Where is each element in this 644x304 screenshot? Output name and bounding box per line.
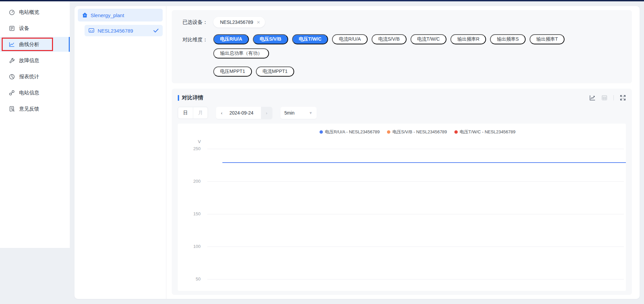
sidebar-item-2[interactable]: 设备	[0, 21, 70, 36]
chip-label: NESL23456789	[220, 19, 253, 25]
gridline	[207, 181, 624, 182]
sidebar-item-label: 曲线分析	[19, 41, 39, 48]
dimension-pill[interactable]: 输出频率S	[490, 34, 525, 44]
plant-house-icon	[82, 12, 88, 18]
close-icon[interactable]: ✕	[257, 20, 260, 25]
fault-wrench-icon	[9, 57, 15, 64]
dimension-pill[interactable]: 电流MPPT1	[256, 67, 294, 77]
y-axis-tick-label: 250	[178, 146, 201, 151]
sidebar-item-6[interactable]: 电站信息	[0, 85, 70, 100]
period-toggle-option[interactable]: 日	[178, 107, 193, 119]
dimension-pill[interactable]: 输出频率R	[450, 34, 486, 44]
sidebar-item-label: 设备	[19, 25, 29, 32]
gridline	[207, 214, 624, 214]
comparison-detail-panel: 对比详情 日月 ‹ 2024	[172, 89, 632, 295]
dimension-pill[interactable]: 电流T/W/C	[411, 34, 447, 44]
sidebar-item-4[interactable]: 故障信息	[0, 53, 70, 68]
sidebar-item-label: 电站信息	[19, 90, 39, 96]
main-card: Slenergy_plant NESL23456789 已选设备： NESL23…	[74, 6, 640, 299]
sidebar-item-1[interactable]: 电站概览	[0, 5, 70, 19]
check-icon	[153, 29, 159, 33]
period-toggle-option[interactable]: 月	[193, 107, 208, 119]
legend-dot-icon	[320, 130, 323, 134]
feedback-doc-icon	[9, 106, 15, 112]
gridline	[207, 279, 624, 279]
legend-dot-icon	[454, 130, 458, 134]
dimension-pill[interactable]: 电压R/U/A	[213, 34, 249, 44]
y-axis-unit: V	[198, 139, 201, 144]
legend-label: 电压R/U/A - NESL23456789	[325, 129, 380, 135]
y-axis-tick-label: 200	[178, 179, 201, 184]
sidebar-item-label: 电站概览	[19, 9, 39, 15]
dimension-pills: 电压R/U/A电压S/V/B电压T/W/C电流R/U/A电流S/V/B电流T/W…	[213, 34, 621, 77]
curve-analysis-icon	[9, 41, 15, 48]
dimension-pill[interactable]: 电流S/V/B	[372, 34, 407, 44]
content-area: 已选设备： NESL23456789✕ 对比维度： 电压R/U/A电压S/V/B…	[166, 6, 640, 299]
gauge-icon	[9, 9, 15, 15]
top-navbar-strip	[0, 0, 644, 1]
sidebar-item-7[interactable]: 意见反馈	[0, 101, 70, 116]
series-line-电压R/U/A	[222, 162, 626, 163]
interval-select[interactable]: 5min ▼	[280, 107, 317, 119]
y-axis-tick-label: 50	[178, 276, 201, 281]
tree-item-device[interactable]: NESL23456789	[85, 25, 163, 36]
legend-item[interactable]: 电压R/U/A - NESL23456789	[320, 129, 380, 135]
detail-title: 对比详情	[178, 94, 203, 101]
filters-panel: 已选设备： NESL23456789✕ 对比维度： 电压R/U/A电压S/V/B…	[172, 10, 632, 83]
device-label: NESL23456789	[98, 28, 133, 34]
dimensions-label: 对比维度：	[182, 34, 213, 45]
plant-label: Slenergy_plant	[91, 12, 124, 18]
legend-label: 电压S/V/B - NESL23456789	[392, 129, 447, 135]
fullscreen-expand-icon[interactable]	[620, 95, 626, 101]
chart-legend: 电压R/U/A - NESL23456789电压S/V/B - NESL2345…	[320, 129, 516, 135]
plant-info-plug-icon	[9, 90, 15, 96]
detail-toolbar	[589, 95, 626, 101]
gridline	[207, 149, 624, 149]
report-pie-icon	[9, 74, 15, 80]
sidebar-item-label: 意见反馈	[19, 106, 39, 112]
sidebar: 电站概览设备曲线分析故障信息报表统计电站信息意见反馈	[0, 1, 70, 248]
sidebar-item-3[interactable]: 曲线分析	[0, 37, 70, 52]
comparison-chart: 电压R/U/A - NESL23456789电压S/V/B - NESL2345…	[178, 124, 626, 291]
inverter-icon	[89, 28, 94, 33]
date-next-button[interactable]: ›	[261, 107, 272, 119]
selected-device-chips: NESL23456789✕	[213, 17, 265, 28]
y-axis-tick-label: 150	[178, 211, 201, 216]
dimension-pill[interactable]: 输出总功率（有功）	[213, 48, 269, 58]
device-list-icon	[9, 25, 15, 32]
line-chart-view-icon[interactable]	[589, 95, 595, 101]
dimension-pill[interactable]: 电压MPPT1	[213, 67, 252, 77]
device-tree-panel: Slenergy_plant NESL23456789	[74, 6, 166, 299]
interval-value: 5min	[284, 110, 294, 116]
legend-item[interactable]: 电压T/W/C - NESL23456789	[454, 129, 516, 135]
table-view-icon[interactable]	[601, 95, 607, 101]
dimension-pill[interactable]: 电流R/U/A	[332, 34, 367, 44]
toolbar-separator	[613, 95, 614, 100]
selected-device-chip: NESL23456789✕	[213, 17, 265, 28]
legend-item[interactable]: 电压S/V/B - NESL23456789	[387, 129, 447, 135]
gridline	[207, 247, 624, 247]
dimension-pill[interactable]: 电压S/V/B	[253, 34, 288, 44]
date-value[interactable]: 2024-09-24	[227, 110, 261, 116]
sidebar-item-5[interactable]: 报表统计	[0, 69, 70, 84]
dimension-pill[interactable]: 输出频率T	[530, 34, 565, 44]
date-prev-button[interactable]: ‹	[216, 107, 227, 119]
sidebar-item-label: 故障信息	[19, 57, 39, 64]
legend-label: 电压T/W/C - NESL23456789	[460, 129, 516, 135]
tree-item-plant[interactable]: Slenergy_plant	[78, 9, 163, 21]
legend-dot-icon	[387, 130, 390, 134]
chevron-down-icon: ▼	[309, 111, 313, 115]
dimension-pill[interactable]: 电压T/W/C	[292, 34, 328, 44]
date-navigator: ‹ 2024-09-24 ›	[216, 107, 272, 119]
period-toggle: 日月	[178, 107, 208, 119]
y-axis-tick-label: 100	[178, 244, 201, 249]
selected-devices-label: 已选设备：	[182, 17, 213, 28]
sidebar-item-label: 报表统计	[19, 74, 39, 80]
